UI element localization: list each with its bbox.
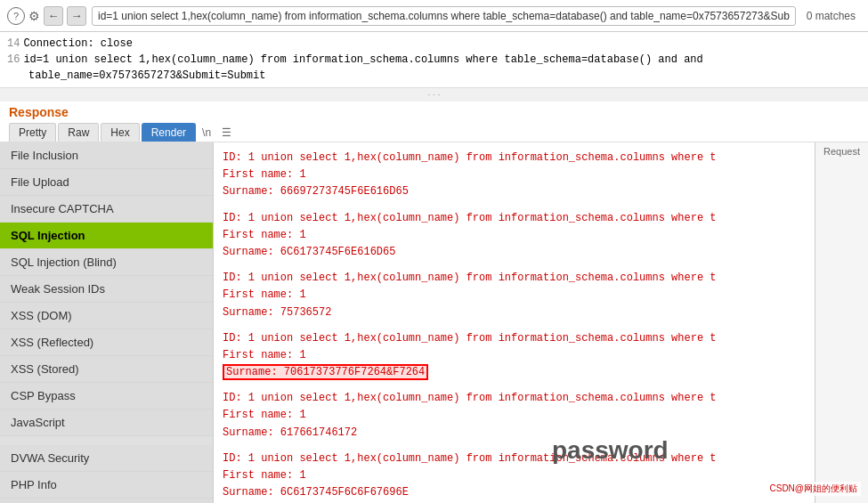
sidebar-item-about[interactable]: About xyxy=(0,499,213,503)
sidebar-item-xss-dom[interactable]: XSS (DOM) xyxy=(0,303,213,329)
sidebar-item-xss-reflected[interactable]: XSS (Reflected) xyxy=(0,329,213,356)
browser-icons: ? ⚙ ← → xyxy=(7,6,86,26)
resp-fn-4: First name: 1 xyxy=(223,347,806,364)
tab-pretty[interactable]: Pretty xyxy=(9,123,56,142)
sidebar-item-sql-injection[interactable]: SQL Injection xyxy=(0,223,213,249)
resp-sn-2: Surname: 6C6173745F6E616D65 xyxy=(223,244,806,261)
top-bar: ? ⚙ ← → 0 matches xyxy=(0,0,868,32)
right-panel: Request xyxy=(815,142,868,503)
tab-newline[interactable]: \n xyxy=(198,124,215,142)
response-block-6: ID: 1 union select 1,hex(column_name) fr… xyxy=(223,450,806,502)
resp-id-1: ID: 1 union select 1,hex(column_name) fr… xyxy=(223,150,806,166)
code-area: 14Connection: close 16id=1 union select … xyxy=(0,32,868,88)
code-line-16: id=1 union select 1,hex(column_name) fro… xyxy=(23,53,677,66)
resp-id-2: ID: 1 union select 1,hex(column_name) fr… xyxy=(223,210,806,227)
content-area[interactable]: ID: 1 union select 1,hex(column_name) fr… xyxy=(214,142,815,503)
resp-sn-3: Surname: 75736572 xyxy=(223,304,806,321)
sidebar-item-php-info[interactable]: PHP Info xyxy=(0,472,213,499)
gear-icon[interactable]: ⚙ xyxy=(28,9,40,23)
sidebar-item-file-inclusion[interactable]: File Inclusion xyxy=(0,142,213,169)
sidebar: File Inclusion File Upload Insecure CAPT… xyxy=(0,142,214,503)
sidebar-item-insecure-captcha[interactable]: Insecure CAPTCHA xyxy=(0,196,213,223)
sidebar-item-file-upload[interactable]: File Upload xyxy=(0,169,213,196)
response-header: Response Pretty Raw Hex Render \n ☰ xyxy=(0,101,868,142)
highlight-surname: Surname: 70617373776F7264&F7264 xyxy=(223,364,428,380)
resp-fn-5: First name: 1 xyxy=(223,407,806,424)
resp-sn-1: Surname: 66697273745F6E616D65 xyxy=(223,183,806,200)
sidebar-item-javascript[interactable]: JavaScript xyxy=(0,410,213,436)
response-block-2: ID: 1 union select 1,hex(column_name) fr… xyxy=(223,210,806,262)
sidebar-item-weak-session-ids[interactable]: Weak Session IDs xyxy=(0,276,213,303)
dots-separator: · · · xyxy=(0,88,868,101)
sidebar-item-dvwa-security[interactable]: DVWA Security xyxy=(0,445,213,472)
resp-id-4: ID: 1 union select 1,hex(column_name) fr… xyxy=(223,330,806,347)
resp-fn-3: First name: 1 xyxy=(223,287,806,304)
main-layout: File Inclusion File Upload Insecure CAPT… xyxy=(0,142,868,503)
url-bar[interactable] xyxy=(92,6,796,26)
resp-sn-6: Surname: 6C6173745F6C6F67696E xyxy=(223,484,806,501)
forward-button[interactable]: → xyxy=(67,6,86,26)
response-tabs: Pretty Raw Hex Render \n ☰ xyxy=(9,123,859,142)
response-block-1: ID: 1 union select 1,hex(column_name) fr… xyxy=(223,150,806,201)
tab-menu-icon[interactable]: ☰ xyxy=(217,124,236,142)
resp-fn-6: First name: 1 xyxy=(223,467,806,484)
sidebar-item-csp-bypass[interactable]: CSP Bypass xyxy=(0,383,213,410)
code-line-14: Connection: close xyxy=(23,37,132,50)
back-button[interactable]: ← xyxy=(44,6,63,26)
tab-hex[interactable]: Hex xyxy=(101,123,139,142)
response-block-5: ID: 1 union select 1,hex(column_name) fr… xyxy=(223,390,806,442)
tab-render[interactable]: Render xyxy=(142,123,196,142)
password-overlay-text: password xyxy=(552,436,669,465)
resp-sn-5: Surname: 617661746172 xyxy=(223,425,806,442)
info-icon[interactable]: ? xyxy=(7,7,25,25)
resp-sn-4: Surname: 70617373776F7264&F7264 xyxy=(223,364,806,381)
matches-badge: 0 matches xyxy=(801,8,861,24)
sidebar-item-sql-injection-blind[interactable]: SQL Injection (Blind) xyxy=(0,249,213,276)
tab-raw[interactable]: Raw xyxy=(58,123,99,142)
resp-fn-2: First name: 1 xyxy=(223,227,806,244)
resp-id-6: ID: 1 union select 1,hex(column_name) fr… xyxy=(223,450,806,467)
resp-fn-1: First name: 1 xyxy=(223,166,806,183)
right-panel-label: Request xyxy=(823,146,860,157)
sidebar-item-xss-stored[interactable]: XSS (Stored) xyxy=(0,356,213,383)
response-title: Response xyxy=(9,105,859,119)
code-line-16b: table_name=0x7573657273&Submit=Submit xyxy=(28,69,265,82)
resp-id-3: ID: 1 union select 1,hex(column_name) fr… xyxy=(223,270,806,287)
resp-id-5: ID: 1 union select 1,hex(column_name) fr… xyxy=(223,390,806,407)
sidebar-divider xyxy=(0,436,213,445)
watermark: CSDN@网姐的便利贴 xyxy=(767,482,862,496)
response-block-3: ID: 1 union select 1,hex(column_name) fr… xyxy=(223,270,806,321)
response-block-4: ID: 1 union select 1,hex(column_name) fr… xyxy=(223,330,806,382)
